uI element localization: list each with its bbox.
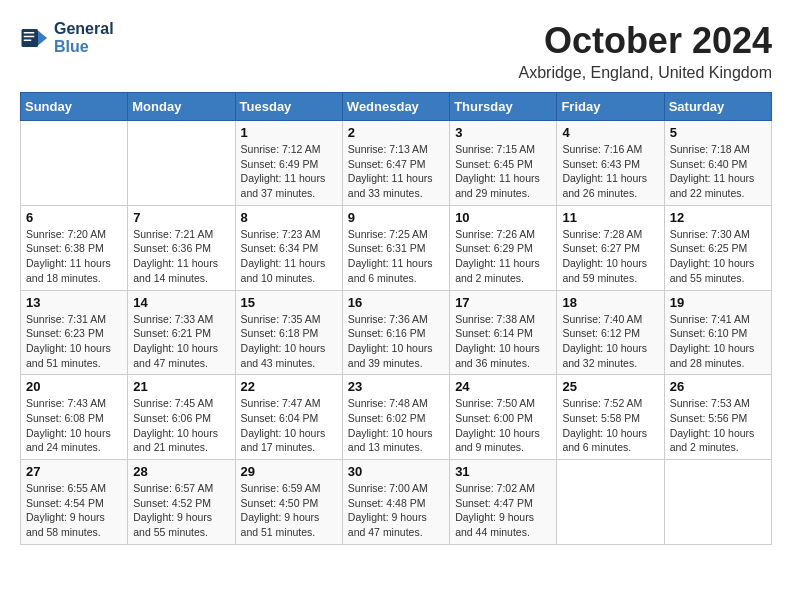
day-number: 15 bbox=[241, 295, 337, 310]
calendar-cell: 26Sunrise: 7:53 AMSunset: 5:56 PMDayligh… bbox=[664, 375, 771, 460]
calendar-cell: 10Sunrise: 7:26 AMSunset: 6:29 PMDayligh… bbox=[450, 205, 557, 290]
day-number: 31 bbox=[455, 464, 551, 479]
day-number: 25 bbox=[562, 379, 658, 394]
day-number: 24 bbox=[455, 379, 551, 394]
calendar-cell: 21Sunrise: 7:45 AMSunset: 6:06 PMDayligh… bbox=[128, 375, 235, 460]
title-block: October 2024 Axbridge, England, United K… bbox=[519, 20, 773, 82]
calendar-cell bbox=[664, 460, 771, 545]
calendar-table: SundayMondayTuesdayWednesdayThursdayFrid… bbox=[20, 92, 772, 545]
calendar-cell: 8Sunrise: 7:23 AMSunset: 6:34 PMDaylight… bbox=[235, 205, 342, 290]
day-number: 22 bbox=[241, 379, 337, 394]
day-info: Sunrise: 7:28 AMSunset: 6:27 PMDaylight:… bbox=[562, 227, 658, 286]
day-info: Sunrise: 7:30 AMSunset: 6:25 PMDaylight:… bbox=[670, 227, 766, 286]
day-info: Sunrise: 6:57 AMSunset: 4:52 PMDaylight:… bbox=[133, 481, 229, 540]
month-title: October 2024 bbox=[519, 20, 773, 62]
day-number: 21 bbox=[133, 379, 229, 394]
day-info: Sunrise: 7:23 AMSunset: 6:34 PMDaylight:… bbox=[241, 227, 337, 286]
day-number: 12 bbox=[670, 210, 766, 225]
weekday-header: Friday bbox=[557, 93, 664, 121]
calendar-week-row: 20Sunrise: 7:43 AMSunset: 6:08 PMDayligh… bbox=[21, 375, 772, 460]
calendar-cell: 3Sunrise: 7:15 AMSunset: 6:45 PMDaylight… bbox=[450, 121, 557, 206]
day-info: Sunrise: 7:47 AMSunset: 6:04 PMDaylight:… bbox=[241, 396, 337, 455]
calendar-cell: 6Sunrise: 7:20 AMSunset: 6:38 PMDaylight… bbox=[21, 205, 128, 290]
calendar-cell: 22Sunrise: 7:47 AMSunset: 6:04 PMDayligh… bbox=[235, 375, 342, 460]
calendar-week-row: 6Sunrise: 7:20 AMSunset: 6:38 PMDaylight… bbox=[21, 205, 772, 290]
day-number: 27 bbox=[26, 464, 122, 479]
day-number: 20 bbox=[26, 379, 122, 394]
calendar-cell: 30Sunrise: 7:00 AMSunset: 4:48 PMDayligh… bbox=[342, 460, 449, 545]
day-info: Sunrise: 7:13 AMSunset: 6:47 PMDaylight:… bbox=[348, 142, 444, 201]
svg-rect-0 bbox=[22, 29, 39, 47]
page-header: General Blue October 2024 Axbridge, Engl… bbox=[20, 20, 772, 82]
calendar-cell: 15Sunrise: 7:35 AMSunset: 6:18 PMDayligh… bbox=[235, 290, 342, 375]
day-info: Sunrise: 7:41 AMSunset: 6:10 PMDaylight:… bbox=[670, 312, 766, 371]
day-info: Sunrise: 7:38 AMSunset: 6:14 PMDaylight:… bbox=[455, 312, 551, 371]
calendar-cell: 5Sunrise: 7:18 AMSunset: 6:40 PMDaylight… bbox=[664, 121, 771, 206]
logo: General Blue bbox=[20, 20, 114, 56]
calendar-cell: 24Sunrise: 7:50 AMSunset: 6:00 PMDayligh… bbox=[450, 375, 557, 460]
day-number: 17 bbox=[455, 295, 551, 310]
calendar-cell: 23Sunrise: 7:48 AMSunset: 6:02 PMDayligh… bbox=[342, 375, 449, 460]
calendar-cell: 20Sunrise: 7:43 AMSunset: 6:08 PMDayligh… bbox=[21, 375, 128, 460]
logo-icon bbox=[20, 23, 50, 53]
weekday-header: Monday bbox=[128, 93, 235, 121]
calendar-cell: 27Sunrise: 6:55 AMSunset: 4:54 PMDayligh… bbox=[21, 460, 128, 545]
weekday-header: Thursday bbox=[450, 93, 557, 121]
day-number: 11 bbox=[562, 210, 658, 225]
calendar-cell: 1Sunrise: 7:12 AMSunset: 6:49 PMDaylight… bbox=[235, 121, 342, 206]
weekday-header: Wednesday bbox=[342, 93, 449, 121]
day-info: Sunrise: 7:50 AMSunset: 6:00 PMDaylight:… bbox=[455, 396, 551, 455]
day-number: 8 bbox=[241, 210, 337, 225]
calendar-cell bbox=[128, 121, 235, 206]
day-number: 2 bbox=[348, 125, 444, 140]
day-info: Sunrise: 7:52 AMSunset: 5:58 PMDaylight:… bbox=[562, 396, 658, 455]
weekday-header: Tuesday bbox=[235, 93, 342, 121]
calendar-cell: 2Sunrise: 7:13 AMSunset: 6:47 PMDaylight… bbox=[342, 121, 449, 206]
calendar-cell: 28Sunrise: 6:57 AMSunset: 4:52 PMDayligh… bbox=[128, 460, 235, 545]
calendar-week-row: 27Sunrise: 6:55 AMSunset: 4:54 PMDayligh… bbox=[21, 460, 772, 545]
day-info: Sunrise: 7:36 AMSunset: 6:16 PMDaylight:… bbox=[348, 312, 444, 371]
location: Axbridge, England, United Kingdom bbox=[519, 64, 773, 82]
day-number: 7 bbox=[133, 210, 229, 225]
calendar-cell: 16Sunrise: 7:36 AMSunset: 6:16 PMDayligh… bbox=[342, 290, 449, 375]
calendar-cell: 11Sunrise: 7:28 AMSunset: 6:27 PMDayligh… bbox=[557, 205, 664, 290]
calendar-cell: 19Sunrise: 7:41 AMSunset: 6:10 PMDayligh… bbox=[664, 290, 771, 375]
logo-text: General Blue bbox=[54, 20, 114, 56]
day-number: 5 bbox=[670, 125, 766, 140]
day-number: 1 bbox=[241, 125, 337, 140]
svg-rect-3 bbox=[24, 36, 35, 38]
weekday-header: Saturday bbox=[664, 93, 771, 121]
day-info: Sunrise: 7:53 AMSunset: 5:56 PMDaylight:… bbox=[670, 396, 766, 455]
svg-rect-4 bbox=[24, 40, 32, 42]
day-info: Sunrise: 7:31 AMSunset: 6:23 PMDaylight:… bbox=[26, 312, 122, 371]
day-info: Sunrise: 7:12 AMSunset: 6:49 PMDaylight:… bbox=[241, 142, 337, 201]
calendar-cell: 14Sunrise: 7:33 AMSunset: 6:21 PMDayligh… bbox=[128, 290, 235, 375]
day-info: Sunrise: 7:00 AMSunset: 4:48 PMDaylight:… bbox=[348, 481, 444, 540]
day-info: Sunrise: 7:15 AMSunset: 6:45 PMDaylight:… bbox=[455, 142, 551, 201]
day-number: 9 bbox=[348, 210, 444, 225]
day-number: 14 bbox=[133, 295, 229, 310]
calendar-cell: 17Sunrise: 7:38 AMSunset: 6:14 PMDayligh… bbox=[450, 290, 557, 375]
day-number: 30 bbox=[348, 464, 444, 479]
day-info: Sunrise: 7:48 AMSunset: 6:02 PMDaylight:… bbox=[348, 396, 444, 455]
day-number: 28 bbox=[133, 464, 229, 479]
calendar-cell: 25Sunrise: 7:52 AMSunset: 5:58 PMDayligh… bbox=[557, 375, 664, 460]
day-info: Sunrise: 6:59 AMSunset: 4:50 PMDaylight:… bbox=[241, 481, 337, 540]
day-number: 23 bbox=[348, 379, 444, 394]
calendar-cell bbox=[557, 460, 664, 545]
day-number: 4 bbox=[562, 125, 658, 140]
calendar-cell: 13Sunrise: 7:31 AMSunset: 6:23 PMDayligh… bbox=[21, 290, 128, 375]
day-info: Sunrise: 7:20 AMSunset: 6:38 PMDaylight:… bbox=[26, 227, 122, 286]
day-info: Sunrise: 7:45 AMSunset: 6:06 PMDaylight:… bbox=[133, 396, 229, 455]
day-info: Sunrise: 6:55 AMSunset: 4:54 PMDaylight:… bbox=[26, 481, 122, 540]
day-info: Sunrise: 7:26 AMSunset: 6:29 PMDaylight:… bbox=[455, 227, 551, 286]
day-number: 26 bbox=[670, 379, 766, 394]
day-info: Sunrise: 7:02 AMSunset: 4:47 PMDaylight:… bbox=[455, 481, 551, 540]
calendar-week-row: 1Sunrise: 7:12 AMSunset: 6:49 PMDaylight… bbox=[21, 121, 772, 206]
day-info: Sunrise: 7:21 AMSunset: 6:36 PMDaylight:… bbox=[133, 227, 229, 286]
day-number: 13 bbox=[26, 295, 122, 310]
calendar-cell: 9Sunrise: 7:25 AMSunset: 6:31 PMDaylight… bbox=[342, 205, 449, 290]
calendar-cell bbox=[21, 121, 128, 206]
calendar-cell: 12Sunrise: 7:30 AMSunset: 6:25 PMDayligh… bbox=[664, 205, 771, 290]
calendar-cell: 29Sunrise: 6:59 AMSunset: 4:50 PMDayligh… bbox=[235, 460, 342, 545]
